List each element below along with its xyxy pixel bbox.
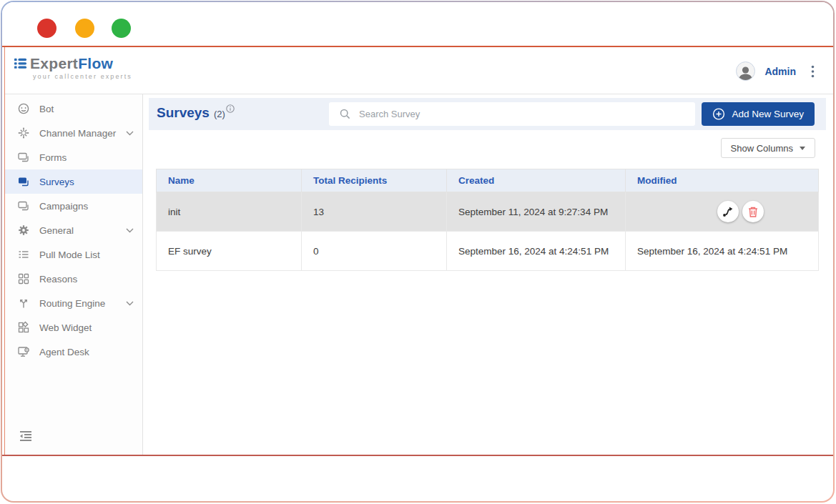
- sidebar-item-web-widget[interactable]: Web Widget: [5, 315, 142, 340]
- logo-text: ExpertFlow: [30, 55, 113, 72]
- user-menu: Admin: [736, 61, 815, 81]
- close-window-button[interactable]: [37, 19, 56, 38]
- app-header: ExpertFlow your callcenter experts Admin: [5, 47, 833, 94]
- chevron-down-icon: [126, 228, 134, 233]
- search-icon: [338, 109, 351, 119]
- page-toolbar: Surveys (2): [149, 98, 826, 130]
- cell-name: init: [157, 192, 302, 232]
- sidebar-item-label: Campaigns: [39, 201, 88, 212]
- chevron-down-icon: [126, 301, 134, 306]
- chevron-down-icon: [126, 131, 134, 136]
- list-icon: [17, 248, 30, 261]
- indent-decrease-icon[interactable]: [19, 430, 32, 445]
- cell-total-recipients: 13: [302, 192, 447, 232]
- search-input[interactable]: [359, 109, 695, 119]
- user-name[interactable]: Admin: [764, 66, 796, 77]
- search-box: [329, 102, 695, 126]
- cell-created: September 11, 2024 at 9:27:34 PM: [447, 192, 626, 232]
- person-avatar-icon[interactable]: [736, 61, 755, 81]
- add-new-survey-label: Add New Survey: [732, 109, 804, 119]
- column-header-modified: Modified: [626, 169, 819, 192]
- cell-created: September 16, 2024 at 4:24:51 PM: [447, 232, 626, 271]
- cell-modified: September 16, 2024 at 4:24:51 PM: [626, 232, 819, 271]
- add-new-survey-button[interactable]: Add New Survey: [702, 102, 815, 126]
- survey-count-badge: (2): [214, 109, 225, 119]
- sidebar-item-surveys[interactable]: Surveys: [5, 169, 142, 194]
- sidebar-item-label: Surveys: [39, 177, 74, 187]
- channel-hub-icon: [17, 127, 30, 139]
- bot-icon: [17, 102, 30, 115]
- window-titlebar: [2, 2, 833, 46]
- column-header-name: Name: [157, 169, 302, 192]
- table-row[interactable]: init 13 September 11, 2024 at 9:27:34 PM: [157, 192, 819, 232]
- sidebar-item-agent-desk[interactable]: Agent Desk: [5, 340, 142, 364]
- column-header-created: Created: [447, 169, 626, 192]
- sidebar-item-label: Agent Desk: [39, 347, 89, 357]
- trash-icon: [747, 206, 759, 218]
- call-split-icon: [17, 297, 30, 310]
- sidebar-item-campaigns[interactable]: Campaigns: [5, 194, 142, 218]
- cell-name: EF survey: [157, 232, 302, 271]
- route-flow-icon: [722, 205, 734, 218]
- plus-circle-icon: [712, 107, 725, 121]
- sidebar-item-bot[interactable]: Bot: [5, 97, 142, 121]
- page-title: Surveys: [157, 105, 210, 121]
- bottom-divider: [2, 455, 833, 456]
- kebab-menu-icon[interactable]: [811, 65, 815, 78]
- caret-down-icon: [800, 147, 805, 150]
- info-icon[interactable]: [226, 103, 235, 116]
- sidebar-item-forms[interactable]: Forms: [5, 145, 142, 169]
- browser-window: ExpertFlow your callcenter experts Admin: [1, 1, 835, 503]
- surveys-table: Name Total Recipients Created Modified i…: [156, 169, 819, 271]
- sidebar-item-label: Routing Engine: [39, 298, 105, 309]
- show-columns-label: Show Columns: [731, 143, 793, 154]
- sidebar-item-channel-manager[interactable]: Channel Manager: [5, 121, 142, 145]
- main-content: Surveys (2): [143, 94, 833, 455]
- gear-icon: [17, 224, 30, 237]
- sidebar-item-routing-engine[interactable]: Routing Engine: [5, 291, 142, 315]
- cell-total-recipients: 0: [302, 232, 447, 271]
- expertflow-bars-icon: [14, 57, 27, 70]
- form-icon: [17, 151, 30, 164]
- survey-icon: [17, 175, 30, 188]
- widgets-icon: [17, 321, 30, 334]
- logo-tagline: your callcenter experts: [33, 73, 132, 80]
- minimize-window-button[interactable]: [75, 19, 94, 38]
- column-header-total-recipients: Total Recipients: [302, 169, 447, 192]
- delete-survey-button[interactable]: [742, 201, 764, 222]
- sidebar-item-reasons[interactable]: Reasons: [5, 267, 142, 291]
- sidebar-item-general[interactable]: General: [5, 218, 142, 242]
- sidebar-item-label: Forms: [39, 152, 67, 163]
- sidebar-item-label: Bot: [39, 104, 54, 114]
- agent-desk-icon: [17, 345, 30, 358]
- campaign-icon: [17, 199, 30, 212]
- sidebar: Bot Channel Manager: [5, 94, 143, 455]
- open-flow-button[interactable]: [717, 201, 739, 222]
- sidebar-item-label: Reasons: [39, 274, 77, 285]
- sidebar-item-label: Pull Mode List: [39, 249, 100, 260]
- cell-actions: [626, 192, 819, 232]
- sidebar-item-label: Web Widget: [39, 322, 92, 333]
- show-columns-button[interactable]: Show Columns: [721, 138, 815, 158]
- table-header-row: Name Total Recipients Created Modified: [157, 169, 819, 192]
- sidebar-item-label: Channel Manager: [39, 128, 116, 139]
- sidebar-item-label: General: [39, 225, 74, 236]
- grid-icon: [17, 272, 30, 285]
- expertflow-logo: ExpertFlow your callcenter experts: [14, 55, 132, 80]
- maximize-window-button[interactable]: [112, 19, 131, 38]
- app-frame: ExpertFlow your callcenter experts Admin: [4, 47, 834, 455]
- table-row[interactable]: EF survey 0 September 16, 2024 at 4:24:5…: [157, 232, 819, 271]
- sidebar-item-pull-mode-list[interactable]: Pull Mode List: [5, 242, 142, 267]
